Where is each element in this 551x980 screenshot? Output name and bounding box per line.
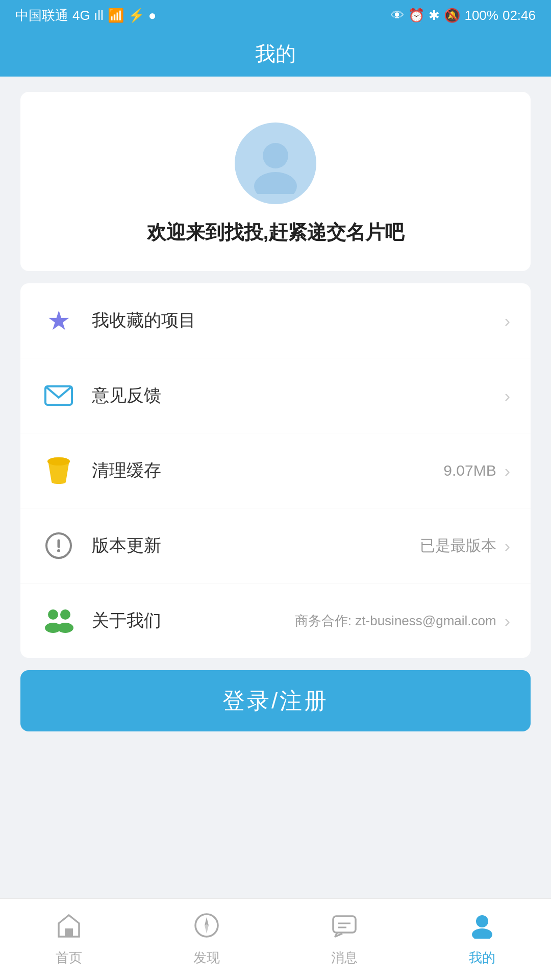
- bottom-navigation: 首页 发现 消息 我的: [0, 898, 551, 980]
- svg-rect-12: [65, 928, 73, 937]
- svg-point-4: [47, 457, 70, 465]
- chevron-icon: ›: [505, 461, 510, 481]
- page-header: 我的: [0, 31, 551, 77]
- nav-item-discover[interactable]: 发现: [138, 912, 276, 967]
- about-icon: [41, 603, 77, 639]
- signal-icon: 4G ıll: [72, 8, 104, 23]
- mine-icon: [469, 912, 495, 945]
- nav-label-home: 首页: [56, 949, 82, 967]
- menu-item-feedback[interactable]: 意见反馈 ›: [20, 358, 531, 433]
- chevron-icon: ›: [505, 611, 510, 631]
- cache-icon: [41, 453, 77, 488]
- status-right: 👁 ⏰ ✱ 🔕 100% 02:46: [391, 8, 536, 23]
- cache-label: 清理缓存: [92, 459, 443, 482]
- nav-label-mine: 我的: [469, 949, 495, 967]
- nav-item-messages[interactable]: 消息: [276, 912, 413, 967]
- menu-item-update[interactable]: 版本更新 已是最版本 ›: [20, 508, 531, 583]
- cache-value: 9.07MB: [443, 462, 496, 479]
- mute-icon: 🔕: [444, 8, 460, 23]
- usb-icon: ⚡: [128, 8, 144, 23]
- menu-card: ★ 我收藏的项目 › 意见反馈 ›: [20, 283, 531, 658]
- update-value: 已是最版本: [420, 535, 496, 556]
- home-icon: [56, 912, 82, 945]
- nav-item-mine[interactable]: 我的: [413, 912, 551, 967]
- feedback-label: 意见反馈: [92, 384, 505, 407]
- svg-point-10: [60, 609, 70, 620]
- bluetooth-icon: ✱: [429, 8, 440, 23]
- battery-text: 100%: [464, 8, 498, 23]
- favorites-icon: ★: [41, 303, 77, 338]
- eye-icon: 👁: [391, 8, 404, 23]
- avatar: [235, 122, 316, 204]
- nav-label-discover: 发现: [193, 949, 220, 967]
- about-label: 关于我们: [92, 609, 295, 632]
- svg-point-0: [263, 143, 288, 168]
- welcome-text: 欢迎来到找投,赶紧递交名片吧: [147, 219, 405, 246]
- svg-point-7: [57, 549, 60, 552]
- nav-item-home[interactable]: 首页: [0, 912, 138, 967]
- update-icon: [41, 528, 77, 564]
- login-button[interactable]: 登录/注册: [20, 670, 531, 731]
- chevron-icon: ›: [505, 386, 510, 406]
- feedback-icon: [41, 378, 77, 413]
- svg-point-1: [254, 172, 297, 194]
- status-bar: 中国联通 4G ıll 📶 ⚡ ● 👁 ⏰ ✱ 🔕 100% 02:46: [0, 0, 551, 31]
- menu-item-about[interactable]: 关于我们 商务合作: zt-business@gmail.com ›: [20, 583, 531, 658]
- wifi-icon: 📶: [108, 8, 124, 23]
- svg-point-8: [48, 609, 58, 620]
- svg-point-20: [472, 928, 492, 939]
- menu-item-cache[interactable]: 清理缓存 9.07MB ›: [20, 433, 531, 508]
- chevron-icon: ›: [505, 536, 510, 556]
- compass-icon: [193, 912, 220, 945]
- messages-icon: [331, 912, 358, 945]
- notification-icon: ●: [148, 8, 157, 23]
- profile-card: 欢迎来到找投,赶紧递交名片吧: [20, 92, 531, 271]
- svg-marker-15: [205, 924, 209, 934]
- chevron-icon: ›: [505, 311, 510, 331]
- favorites-label: 我收藏的项目: [92, 309, 505, 332]
- main-content: 欢迎来到找投,赶紧递交名片吧 ★ 我收藏的项目 › 意见反馈 ›: [0, 77, 551, 747]
- page-title: 我的: [255, 40, 296, 68]
- menu-item-favorites[interactable]: ★ 我收藏的项目 ›: [20, 283, 531, 358]
- nav-label-messages: 消息: [331, 949, 358, 967]
- status-left: 中国联通 4G ıll 📶 ⚡ ●: [15, 7, 156, 24]
- svg-point-11: [57, 623, 73, 633]
- about-value: 商务合作: zt-business@gmail.com: [295, 612, 496, 630]
- carrier-text: 中国联通: [15, 7, 68, 24]
- update-label: 版本更新: [92, 534, 420, 557]
- svg-rect-16: [333, 916, 356, 933]
- svg-point-19: [476, 915, 488, 927]
- alarm-icon: ⏰: [408, 8, 424, 23]
- time-text: 02:46: [503, 8, 536, 23]
